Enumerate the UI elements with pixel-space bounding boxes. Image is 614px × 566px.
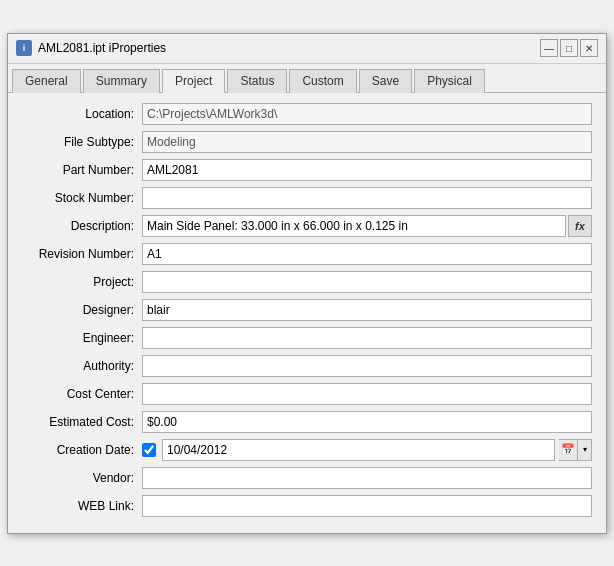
- part-number-label: Part Number:: [22, 163, 142, 177]
- calendar-icon: 📅: [559, 439, 577, 461]
- description-row: Description: fx: [22, 215, 592, 237]
- location-row: Location:: [22, 103, 592, 125]
- window-icon: i: [16, 40, 32, 56]
- window-title: AML2081.ipt iProperties: [38, 41, 166, 55]
- vendor-row: Vendor:: [22, 467, 592, 489]
- part-number-input[interactable]: [142, 159, 592, 181]
- creation-date-input[interactable]: [162, 439, 555, 461]
- tab-bar: General Summary Project Status Custom Sa…: [8, 64, 606, 93]
- cost-center-input[interactable]: [142, 383, 592, 405]
- estimated-cost-input[interactable]: [142, 411, 592, 433]
- file-subtype-label: File Subtype:: [22, 135, 142, 149]
- tab-project[interactable]: Project: [162, 69, 225, 93]
- project-tab-content: Location: File Subtype: Part Number: Sto…: [8, 93, 606, 533]
- estimated-cost-label: Estimated Cost:: [22, 415, 142, 429]
- authority-row: Authority:: [22, 355, 592, 377]
- maximize-button[interactable]: □: [560, 39, 578, 57]
- estimated-cost-row: Estimated Cost:: [22, 411, 592, 433]
- dropdown-arrow-icon: ▾: [577, 439, 591, 461]
- vendor-input[interactable]: [142, 467, 592, 489]
- cost-center-label: Cost Center:: [22, 387, 142, 401]
- fx-button[interactable]: fx: [568, 215, 592, 237]
- creation-date-row: Creation Date: 📅 ▾: [22, 439, 592, 461]
- web-link-input[interactable]: [142, 495, 592, 517]
- description-label: Description:: [22, 219, 142, 233]
- stock-number-label: Stock Number:: [22, 191, 142, 205]
- properties-window: i AML2081.ipt iProperties — □ ✕ General …: [7, 33, 607, 534]
- creation-date-checkbox[interactable]: [142, 443, 156, 457]
- project-label: Project:: [22, 275, 142, 289]
- title-bar: i AML2081.ipt iProperties — □ ✕: [8, 34, 606, 64]
- file-subtype-row: File Subtype:: [22, 131, 592, 153]
- tab-physical[interactable]: Physical: [414, 69, 485, 93]
- minimize-button[interactable]: —: [540, 39, 558, 57]
- tab-save[interactable]: Save: [359, 69, 412, 93]
- creation-date-group: 📅 ▾: [142, 439, 592, 461]
- tab-general[interactable]: General: [12, 69, 81, 93]
- engineer-label: Engineer:: [22, 331, 142, 345]
- cost-center-row: Cost Center:: [22, 383, 592, 405]
- stock-number-row: Stock Number:: [22, 187, 592, 209]
- revision-number-label: Revision Number:: [22, 247, 142, 261]
- designer-label: Designer:: [22, 303, 142, 317]
- web-link-row: WEB Link:: [22, 495, 592, 517]
- project-row: Project:: [22, 271, 592, 293]
- project-input[interactable]: [142, 271, 592, 293]
- revision-number-input[interactable]: [142, 243, 592, 265]
- location-input[interactable]: [142, 103, 592, 125]
- designer-input[interactable]: [142, 299, 592, 321]
- tab-summary[interactable]: Summary: [83, 69, 160, 93]
- location-label: Location:: [22, 107, 142, 121]
- title-bar-left: i AML2081.ipt iProperties: [16, 40, 166, 56]
- vendor-label: Vendor:: [22, 471, 142, 485]
- description-input[interactable]: [142, 215, 566, 237]
- authority-input[interactable]: [142, 355, 592, 377]
- engineer-row: Engineer:: [22, 327, 592, 349]
- creation-date-label: Creation Date:: [22, 443, 142, 457]
- revision-number-row: Revision Number:: [22, 243, 592, 265]
- authority-label: Authority:: [22, 359, 142, 373]
- tab-custom[interactable]: Custom: [289, 69, 356, 93]
- date-picker-button[interactable]: 📅 ▾: [559, 439, 592, 461]
- web-link-label: WEB Link:: [22, 499, 142, 513]
- title-buttons: — □ ✕: [540, 39, 598, 57]
- engineer-input[interactable]: [142, 327, 592, 349]
- close-button[interactable]: ✕: [580, 39, 598, 57]
- part-number-row: Part Number:: [22, 159, 592, 181]
- file-subtype-input[interactable]: [142, 131, 592, 153]
- tab-status[interactable]: Status: [227, 69, 287, 93]
- designer-row: Designer:: [22, 299, 592, 321]
- stock-number-input[interactable]: [142, 187, 592, 209]
